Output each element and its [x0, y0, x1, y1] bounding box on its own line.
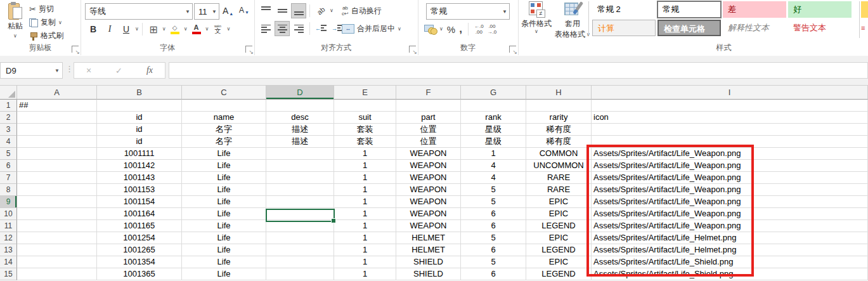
- italic-button[interactable]: I: [102, 22, 117, 37]
- cell-H10[interactable]: EPIC: [526, 208, 592, 220]
- cell-D7[interactable]: [266, 172, 334, 184]
- align-bottom-button[interactable]: [291, 3, 306, 18]
- cell-A14[interactable]: [17, 256, 97, 268]
- cell-F12[interactable]: HELMET: [396, 232, 461, 244]
- cell-G14[interactable]: 5: [461, 256, 526, 268]
- row-header-12[interactable]: 12: [0, 232, 17, 244]
- column-header-I[interactable]: I: [592, 86, 868, 100]
- column-header-G[interactable]: G: [461, 86, 526, 100]
- select-all-corner[interactable]: [0, 86, 17, 100]
- cell-E2[interactable]: suit: [334, 112, 396, 124]
- column-header-H[interactable]: H: [526, 86, 592, 100]
- cell-B4[interactable]: id: [97, 136, 182, 148]
- cell-style-explain[interactable]: 解释性文本: [723, 20, 786, 36]
- number-dialog-launcher-icon[interactable]: [509, 46, 516, 53]
- cell-E7[interactable]: 1: [334, 172, 396, 184]
- accounting-format-icon[interactable]: [424, 25, 436, 34]
- cell-B9[interactable]: 1001154: [97, 196, 182, 208]
- cell-C8[interactable]: Life: [182, 184, 266, 196]
- cell-D2[interactable]: desc: [266, 112, 334, 124]
- format-painter-button[interactable]: 格式刷: [29, 30, 63, 41]
- cell-A12[interactable]: [17, 232, 97, 244]
- cell-G3[interactable]: 星级: [461, 124, 526, 136]
- cell-B2[interactable]: id: [97, 112, 182, 124]
- cell-B13[interactable]: 1001265: [97, 244, 182, 256]
- bold-button[interactable]: B: [86, 22, 101, 37]
- row-header-6[interactable]: 6: [0, 160, 17, 172]
- cell-B11[interactable]: 1001165: [97, 220, 182, 232]
- decrease-font-size-button[interactable]: A▼: [239, 6, 249, 15]
- cell-G15[interactable]: 6: [461, 268, 526, 280]
- cell-style-normal[interactable]: 常规 2: [592, 1, 656, 18]
- cell-E6[interactable]: 1: [334, 160, 396, 172]
- cell-H2[interactable]: rarity: [526, 112, 592, 124]
- cell-B3[interactable]: id: [97, 124, 182, 136]
- cell-D12[interactable]: [266, 232, 334, 244]
- row-header-3[interactable]: 3: [0, 124, 17, 136]
- cell-F11[interactable]: WEAPON: [396, 220, 461, 232]
- cell-H12[interactable]: EPIC: [526, 232, 592, 244]
- conditional-formatting-button[interactable]: ≠ 条件格式 ∨: [519, 1, 554, 34]
- align-top-button[interactable]: [258, 3, 273, 18]
- cell-E12[interactable]: 1: [334, 232, 396, 244]
- formula-input[interactable]: [169, 62, 868, 79]
- cell-H14[interactable]: EPIC: [526, 256, 592, 268]
- cell-style-calc[interactable]: 计算: [592, 20, 656, 36]
- cell-D4[interactable]: 描述: [266, 136, 334, 148]
- cut-button[interactable]: ✂ 剪切: [29, 4, 54, 15]
- insert-function-icon[interactable]: fx: [146, 65, 153, 75]
- column-header-A[interactable]: A: [17, 86, 97, 100]
- align-left-button[interactable]: [258, 21, 273, 36]
- cell-C11[interactable]: Life: [182, 220, 266, 232]
- cell-C10[interactable]: Life: [182, 208, 266, 220]
- cell-G13[interactable]: 6: [461, 244, 526, 256]
- increase-decimal-button[interactable]: ←.0.00: [474, 24, 484, 35]
- cell-B8[interactable]: 1001153: [97, 184, 182, 196]
- increase-font-size-button[interactable]: A▲: [223, 6, 233, 16]
- column-header-F[interactable]: F: [396, 86, 461, 100]
- cell-E13[interactable]: 1: [334, 244, 396, 256]
- row-header-13[interactable]: 13: [0, 244, 17, 256]
- cell-C3[interactable]: 名字: [182, 124, 266, 136]
- cell-D5[interactable]: [266, 148, 334, 160]
- cell-G6[interactable]: 4: [461, 160, 526, 172]
- cell-G5[interactable]: 1: [461, 148, 526, 160]
- clipboard-dialog-launcher-icon[interactable]: [72, 46, 79, 53]
- cell-F2[interactable]: part: [396, 112, 461, 124]
- cell-A3[interactable]: [17, 124, 97, 136]
- cell-A6[interactable]: [17, 160, 97, 172]
- wrap-text-button[interactable]: abc↩ 自动换行: [342, 6, 382, 16]
- row-header-11[interactable]: 11: [0, 220, 17, 232]
- column-header-E[interactable]: E: [334, 86, 396, 100]
- cell-B12[interactable]: 1001254: [97, 232, 182, 244]
- cell-B15[interactable]: 1001365: [97, 268, 182, 280]
- format-as-table-button[interactable]: 套用 表格格式∨: [555, 1, 590, 40]
- fill-handle[interactable]: [331, 218, 336, 223]
- cell-B10[interactable]: 1001164: [97, 208, 182, 220]
- cell-D14[interactable]: [266, 256, 334, 268]
- fill-color-button[interactable]: ◇: [167, 22, 183, 37]
- cell-G9[interactable]: 5: [461, 196, 526, 208]
- cell-C7[interactable]: Life: [182, 172, 266, 184]
- cell-I1[interactable]: [592, 100, 868, 112]
- cell-style-check[interactable]: 检查单元格: [657, 20, 721, 36]
- cell-C15[interactable]: Life: [182, 268, 266, 280]
- row-header-14[interactable]: 14: [0, 256, 17, 268]
- cell-F6[interactable]: WEAPON: [396, 160, 461, 172]
- active-cell-selection[interactable]: [266, 209, 335, 222]
- cancel-icon[interactable]: ×: [86, 65, 91, 75]
- cell-E8[interactable]: 1: [334, 184, 396, 196]
- cell-C6[interactable]: Life: [182, 160, 266, 172]
- cell-F7[interactable]: WEAPON: [396, 172, 461, 184]
- cell-D13[interactable]: [266, 244, 334, 256]
- cell-H5[interactable]: COMMON: [526, 148, 592, 160]
- cell-D9[interactable]: [266, 196, 334, 208]
- paste-button[interactable]: 粘贴 ∨: [3, 2, 28, 39]
- cell-G11[interactable]: 6: [461, 220, 526, 232]
- cell-B6[interactable]: 1001142: [97, 160, 182, 172]
- cell-H11[interactable]: LEGEND: [526, 220, 592, 232]
- gallery-next-item-sliver[interactable]: [861, 1, 868, 18]
- cell-A10[interactable]: [17, 208, 97, 220]
- cell-F3[interactable]: 位置: [396, 124, 461, 136]
- cell-H1[interactable]: [526, 100, 592, 112]
